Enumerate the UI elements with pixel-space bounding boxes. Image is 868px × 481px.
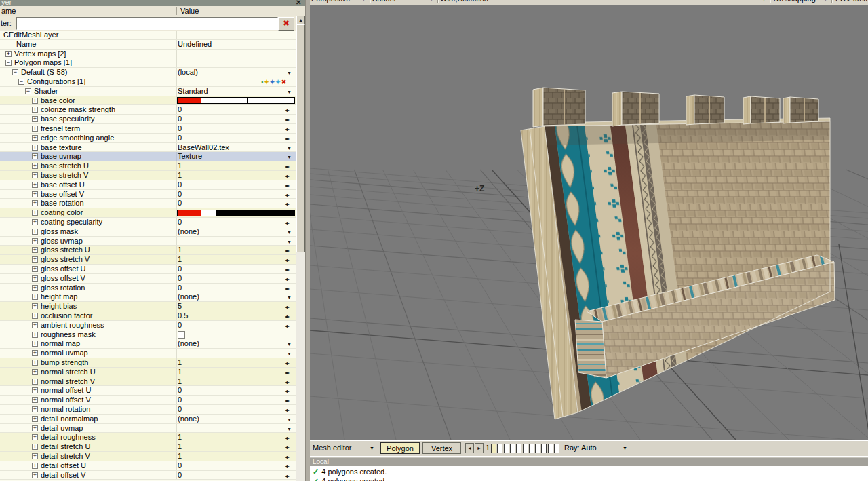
- tree-expand-icon[interactable]: +: [32, 238, 38, 244]
- chevron-down-icon[interactable]: ▼: [370, 446, 374, 450]
- tree-expand-icon[interactable]: +: [32, 313, 38, 319]
- filter-clear-button[interactable]: ✖: [278, 17, 294, 31]
- property-row[interactable]: +base stretch V1◂▸: [0, 171, 296, 180]
- tree-expand-icon[interactable]: +: [32, 153, 38, 159]
- value-spinner-icon[interactable]: ◂▸: [285, 387, 289, 396]
- frame-box[interactable]: [491, 444, 496, 453]
- tree-expand-icon[interactable]: +: [32, 425, 38, 431]
- viewport-toolbar-dropdown[interactable]: Perspective: [311, 0, 350, 3]
- tree-expand-icon[interactable]: +: [32, 191, 38, 197]
- panel-title-bar[interactable]: yer ✕: [0, 0, 305, 6]
- chevron-down-icon[interactable]: ▼: [361, 0, 366, 1]
- value-spinner-icon[interactable]: ◂▸: [285, 182, 289, 191]
- viewport-toolbar-dropdown[interactable]: No snapping: [774, 0, 816, 3]
- tree-expand-icon[interactable]: +: [32, 210, 38, 216]
- checkbox[interactable]: [178, 331, 185, 339]
- swatch-cell[interactable]: [271, 98, 294, 103]
- tree-expand-icon[interactable]: +: [32, 463, 38, 469]
- property-row[interactable]: +normal offset V0◂▸: [0, 396, 296, 405]
- tree-expand-icon[interactable]: +: [32, 98, 38, 104]
- property-row[interactable]: +detail normalmap(none)▼: [0, 415, 296, 424]
- property-row[interactable]: +normal uvmap▼: [0, 349, 296, 358]
- value-spinner-icon[interactable]: ◂▸: [285, 322, 289, 331]
- column-header-value[interactable]: Value: [180, 6, 199, 16]
- dropdown-arrow-icon[interactable]: ▼: [287, 341, 292, 349]
- swatch-cell[interactable]: [247, 98, 271, 103]
- property-row[interactable]: +roughness mask: [0, 330, 296, 340]
- frame-box[interactable]: [504, 444, 509, 453]
- property-row[interactable]: +detail offset U0◂▸: [0, 461, 296, 471]
- value-spinner-icon[interactable]: ◂▸: [285, 116, 289, 125]
- tree-collapse-icon[interactable]: −: [18, 79, 24, 85]
- tree-expand-icon[interactable]: +: [32, 350, 38, 356]
- property-row[interactable]: CEditMeshLayer: [0, 31, 296, 40]
- viewport-toolbar-dropdown[interactable]: Shader: [372, 0, 396, 3]
- scrollbar-up-icon[interactable]: ▲: [296, 16, 305, 24]
- tree-expand-icon[interactable]: +: [32, 332, 38, 338]
- property-row[interactable]: +base specularity0◂▸: [0, 115, 296, 124]
- chevron-down-icon[interactable]: ▼: [823, 0, 828, 1]
- viewport-toolbar-dropdown[interactable]: FOV 90.0: [835, 0, 867, 3]
- frame-box[interactable]: [516, 444, 521, 453]
- swatch-cell[interactable]: [201, 98, 224, 103]
- color-swatch[interactable]: [177, 97, 295, 104]
- dropdown-arrow-icon[interactable]: ▼: [287, 350, 292, 359]
- property-row[interactable]: +detail roughness1◂▸: [0, 433, 296, 442]
- value-spinner-icon[interactable]: ◂▸: [285, 434, 289, 443]
- frame-box[interactable]: [548, 444, 553, 453]
- property-row[interactable]: +detail uvmap▼: [0, 424, 296, 434]
- property-row[interactable]: +base color: [0, 96, 296, 106]
- tree-collapse-icon[interactable]: −: [25, 88, 31, 94]
- property-row[interactable]: +fresnel term0◂▸: [0, 124, 296, 134]
- property-row[interactable]: +normal stretch V1◂▸: [0, 377, 296, 387]
- tree-expand-icon[interactable]: +: [32, 116, 38, 122]
- swatch-cell[interactable]: [216, 210, 294, 216]
- value-spinner-icon[interactable]: ◂▸: [285, 247, 289, 256]
- property-row[interactable]: +base offset U0◂▸: [0, 180, 296, 190]
- tree-expand-icon[interactable]: +: [32, 126, 38, 132]
- value-spinner-icon[interactable]: ◂▸: [285, 472, 289, 481]
- viewport-toolbar-dropdown[interactable]: Wire,Selection: [440, 0, 488, 3]
- dropdown-arrow-icon[interactable]: ▼: [287, 238, 292, 247]
- tree-expand-icon[interactable]: +: [32, 397, 38, 403]
- tree-expand-icon[interactable]: +: [32, 135, 38, 141]
- frame-box[interactable]: [523, 444, 528, 453]
- tree-expand-icon[interactable]: +: [32, 266, 38, 272]
- config-add-icon[interactable]: ✦: [264, 79, 269, 85]
- swatch-cell[interactable]: [201, 210, 216, 216]
- filter-input[interactable]: [16, 17, 278, 30]
- tree-collapse-icon[interactable]: −: [5, 60, 12, 66]
- column-header-name[interactable]: ame: [1, 6, 16, 16]
- value-spinner-icon[interactable]: ◂▸: [285, 444, 289, 453]
- property-row[interactable]: +gloss mask(none)▼: [0, 227, 296, 237]
- property-row[interactable]: −Polygon maps [1]: [0, 58, 296, 68]
- property-row[interactable]: +detail offset V0◂▸: [0, 471, 296, 480]
- tree-collapse-icon[interactable]: −: [12, 69, 18, 75]
- tree-expand-icon[interactable]: +: [32, 322, 38, 328]
- tree-expand-icon[interactable]: +: [32, 453, 38, 459]
- panel-scrollbar[interactable]: ▲: [296, 16, 305, 481]
- config-delete-icon[interactable]: ✖: [281, 79, 287, 85]
- tree-expand-icon[interactable]: +: [32, 200, 38, 206]
- property-row[interactable]: +gloss offset V0◂▸: [0, 274, 296, 284]
- tab-vertex[interactable]: Vertex: [422, 442, 461, 454]
- value-spinner-icon[interactable]: ◂▸: [285, 285, 289, 294]
- tree-expand-icon[interactable]: +: [32, 434, 38, 440]
- property-row[interactable]: +normal offset U0◂▸: [0, 386, 296, 396]
- tree-expand-icon[interactable]: +: [5, 51, 12, 57]
- value-spinner-icon[interactable]: ◂▸: [285, 200, 289, 209]
- property-row[interactable]: +gloss rotation0◂▸: [0, 284, 296, 293]
- property-row[interactable]: +gloss stretch U1◂▸: [0, 246, 296, 255]
- tree-expand-icon[interactable]: +: [32, 107, 38, 113]
- 3d-viewport[interactable]: +Z: [310, 0, 868, 440]
- tree-expand-icon[interactable]: +: [32, 182, 38, 188]
- property-row[interactable]: +base uvmapTexture▼: [0, 152, 296, 161]
- tree-expand-icon[interactable]: +: [32, 275, 38, 282]
- dropdown-arrow-icon[interactable]: ▼: [287, 145, 292, 153]
- property-row[interactable]: +colorize mask strength0◂▸: [0, 105, 296, 115]
- property-row[interactable]: +base rotation0◂▸: [0, 199, 296, 208]
- page-right-button[interactable]: ►: [475, 443, 484, 453]
- tree-expand-icon[interactable]: +: [32, 472, 38, 478]
- value-spinner-icon[interactable]: ◂▸: [285, 256, 289, 265]
- swatch-cell[interactable]: [178, 210, 201, 216]
